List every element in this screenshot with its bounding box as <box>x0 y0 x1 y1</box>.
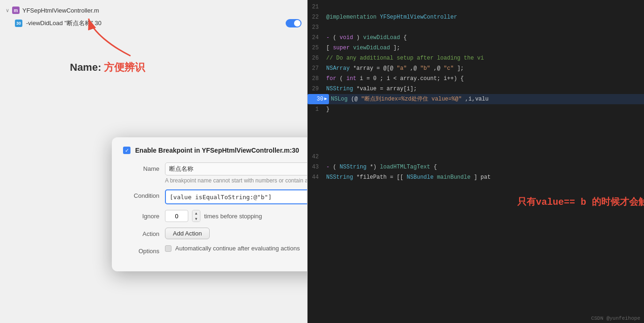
code-editor: 21 22 @implementation YFSepHtmlViewContr… <box>308 0 644 323</box>
line-content-44: NSString *filePath = [[ NSBundle mainBun… <box>324 172 644 182</box>
action-content: Add Action <box>165 228 308 239</box>
line-num-43: 43 <box>308 162 324 172</box>
line-num-26: 26 <box>308 53 324 63</box>
ignore-input[interactable] <box>165 210 188 222</box>
line-num-27: 27 <box>308 63 324 74</box>
stepper-down-button[interactable]: ▼ <box>192 216 200 222</box>
name-input[interactable] <box>165 162 308 175</box>
options-label: Options <box>123 245 165 255</box>
line-num-30: 30 ▶ <box>308 94 329 104</box>
code-line-29: 29 NSString *value = array[i]; <box>308 84 644 94</box>
code-line-24: 24 - ( void ) viewDidLoad { <box>308 33 644 43</box>
line-content-25: [ super viewDidLoad ]; <box>324 43 644 53</box>
ignore-suffix-text: times before stopping <box>204 213 262 220</box>
options-content: Automatically continue after evaluating … <box>165 245 308 252</box>
dialog-title: Enable Breakpoint in YFSepHtmlViewContro… <box>135 147 299 154</box>
line-content-43: - ( NSString *) loadHTMLTagText { <box>324 162 644 172</box>
options-text: Automatically continue after evaluating … <box>175 245 300 252</box>
line-num-25: 25 <box>308 43 324 53</box>
breakpoint-toggle[interactable]: ▶ <box>286 19 301 27</box>
line-content-27: NSArray *array = @[@ "a" ,@ "b" ,@ "c" ]… <box>324 63 644 74</box>
code-line-44: 44 NSString *filePath = [[ NSBundle main… <box>308 172 644 182</box>
code-line-cont: 1 } <box>308 104 644 114</box>
file-type-icon: m <box>12 7 20 14</box>
code-line-43: 43 - ( NSString *) loadHTMLTagText { <box>308 162 644 172</box>
code-line-23: 23 <box>308 22 644 33</box>
bp-arrow-icon: ▶ <box>324 94 327 104</box>
method-icon: 30 <box>15 20 22 27</box>
line-content-cont: } <box>324 104 644 114</box>
code-line-42: 42 <box>308 152 644 162</box>
action-row: Action Add Action <box>123 228 308 239</box>
line-30-num-text: 30 <box>317 94 323 104</box>
line-num-42: 42 <box>308 152 324 162</box>
breakpoint-navigator: ∨ m YFSepHtmlViewController.m 30 -viewDi… <box>0 0 308 323</box>
line-num-24: 24 <box>308 33 324 43</box>
name-annotation-text: Name: 方便辨识 <box>70 61 145 74</box>
options-row: Options Automatically continue after eva… <box>123 245 308 255</box>
lower-code-section: 42 43 - ( NSString *) loadHTMLTagText { … <box>308 152 644 182</box>
method-name: -viewDidLoad "断点名称" 30 <box>26 19 282 27</box>
ignore-row: Ignore ▲ ▼ times before stopping <box>123 210 308 222</box>
line-num-44: 44 <box>308 172 324 182</box>
line-num-29: 29 <box>308 84 324 94</box>
name-hint: A breakpoint name cannot start with numb… <box>165 177 308 184</box>
line-num-28: 28 <box>308 74 324 84</box>
value-annotation-text: 只有value== b 的时候才会触发 <box>517 195 644 208</box>
condition-row: Condition <box>123 189 308 204</box>
breakpoint-dialog: ✓ Enable Breakpoint in YFSepHtmlViewCont… <box>112 137 308 271</box>
ignore-stepper[interactable]: ▲ ▼ <box>192 210 200 222</box>
enable-checkbox[interactable]: ✓ <box>123 147 130 154</box>
code-line-26: 26 // Do any additional setup after load… <box>308 53 644 63</box>
line-num-22: 22 <box>308 12 324 22</box>
code-line-22: 22 @implementation YFSepHtmlViewControll… <box>308 12 644 22</box>
chevron-icon: ∨ <box>6 7 9 13</box>
file-name: YFSepHtmlViewController.m <box>22 7 99 14</box>
line-content-30: NSLog (@ "断点到index=%zd处停住 value=%@" ,i,v… <box>329 94 644 104</box>
ignore-label: Ignore <box>123 210 165 220</box>
line-content-29: NSString *value = array[i]; <box>324 84 644 94</box>
line-content-28: for ( int i = 0 ; i < array.count; i++) … <box>324 74 644 84</box>
code-line-27: 27 NSArray *array = @[@ "a" ,@ "b" ,@ "c… <box>308 63 644 74</box>
add-action-button[interactable]: Add Action <box>165 228 210 239</box>
ignore-content: ▲ ▼ times before stopping <box>165 210 308 222</box>
line-content-24: - ( void ) viewDidLoad { <box>324 33 644 43</box>
code-content: 21 22 @implementation YFSepHtmlViewContr… <box>308 0 644 184</box>
action-label: Action <box>123 228 165 237</box>
line-content-26: // Do any additional setup after loading… <box>324 53 644 63</box>
line-num-23: 23 <box>308 22 324 33</box>
name-row: Name A breakpoint name cannot start with… <box>123 162 308 184</box>
name-content: A breakpoint name cannot start with numb… <box>165 162 308 184</box>
code-line-30: 30 ▶ NSLog (@ "断点到index=%zd处停住 value=%@"… <box>308 94 644 104</box>
line-content-42 <box>324 152 644 162</box>
arrow-right-icon: ▶ <box>295 20 298 25</box>
code-line-28: 28 for ( int i = 0 ; i < array.count; i+… <box>308 74 644 84</box>
options-controls: Automatically continue after evaluating … <box>165 245 308 252</box>
condition-label: Condition <box>123 189 165 199</box>
code-line-25: 25 [ super viewDidLoad ]; <box>308 43 644 53</box>
file-row[interactable]: ∨ m YFSepHtmlViewController.m <box>0 4 307 17</box>
line-content-22: @implementation YFSepHtmlViewController <box>324 12 644 22</box>
line-num-cont: 1 <box>308 104 324 114</box>
dialog-header: ✓ Enable Breakpoint in YFSepHtmlViewCont… <box>123 147 308 154</box>
code-line-21: 21 <box>308 2 644 12</box>
line-content-21 <box>324 2 644 12</box>
options-checkbox[interactable] <box>165 245 171 252</box>
stepper-up-button[interactable]: ▲ <box>192 210 200 216</box>
breakpoint-item[interactable]: 30 -viewDidLoad "断点名称" 30 ▶ <box>0 17 307 30</box>
condition-input[interactable] <box>165 189 308 204</box>
line-content-23 <box>324 22 644 33</box>
line-num-21: 21 <box>308 2 324 12</box>
condition-content <box>165 189 308 204</box>
ignore-controls: ▲ ▼ times before stopping <box>165 210 308 222</box>
name-label: Name <box>123 162 165 172</box>
watermark-text: CSDN @yunfeihope <box>591 316 640 321</box>
